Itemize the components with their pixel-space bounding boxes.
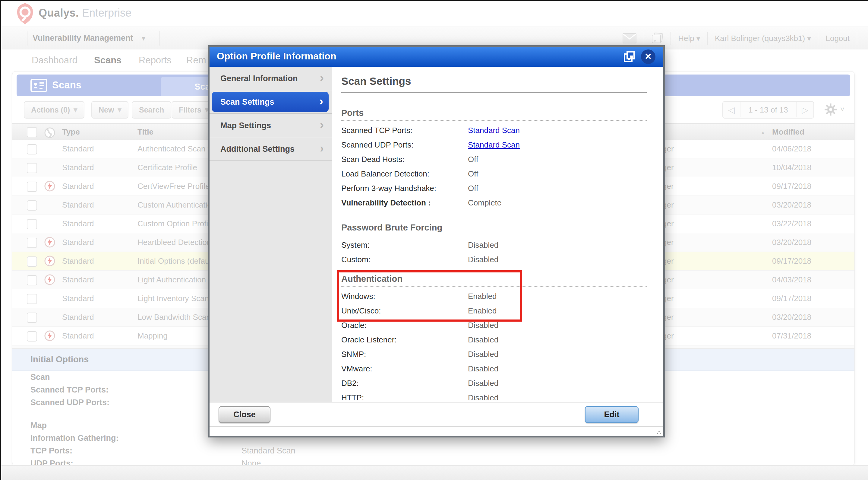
row-checkbox[interactable] bbox=[27, 144, 37, 154]
user-menu[interactable]: Karl Bolinger (quays3kb1) ▾ bbox=[715, 34, 811, 43]
row-checkbox[interactable] bbox=[27, 331, 37, 341]
row-checkbox[interactable] bbox=[27, 294, 37, 304]
row-checkbox[interactable] bbox=[27, 163, 37, 173]
pagination-range: 1 - 13 of 13 bbox=[740, 102, 797, 117]
settings-section: PortsScanned TCP Ports:Standard ScanScan… bbox=[341, 108, 647, 210]
modal-nav-label: Map Settings bbox=[220, 121, 271, 130]
option-profile-modal: Option Profile Information × General Inf… bbox=[208, 45, 665, 438]
row-type: Standard bbox=[62, 327, 94, 345]
column-type[interactable]: Type bbox=[62, 124, 80, 140]
globe-icon bbox=[44, 330, 56, 343]
row-type: Standard bbox=[62, 308, 94, 326]
page-footer bbox=[0, 465, 868, 480]
setting-label: Scanned TCP Ports: bbox=[341, 123, 468, 138]
modal-nav-general-information[interactable]: General Information› bbox=[210, 67, 332, 90]
chevron-right-icon: › bbox=[320, 118, 324, 131]
mail-icon[interactable] bbox=[623, 33, 637, 43]
row-checkbox[interactable] bbox=[27, 219, 37, 229]
setting-label: DB2: bbox=[341, 376, 468, 390]
modal-content: Scan Settings PortsScanned TCP Ports:Sta… bbox=[332, 67, 663, 402]
chevron-right-icon: › bbox=[320, 71, 324, 85]
setting-row: Oracle:Disabled bbox=[341, 318, 647, 332]
setting-label: Unix/Cisco: bbox=[341, 303, 468, 318]
new-button[interactable]: New▾ bbox=[91, 101, 128, 119]
setting-row: Load Balancer Detection:Off bbox=[341, 167, 647, 181]
setting-label: Perform 3-way Handshake: bbox=[341, 181, 468, 196]
row-title: Light Authentication bbox=[137, 271, 206, 289]
select-all-checkbox[interactable] bbox=[27, 127, 37, 137]
setting-row: VMware:Disabled bbox=[341, 361, 647, 376]
close-icon[interactable]: × bbox=[641, 50, 655, 64]
setting-label: Scan Dead Hosts: bbox=[341, 152, 468, 167]
setting-value-link[interactable]: Standard Scan bbox=[468, 126, 520, 135]
scans-panel-icon bbox=[30, 79, 47, 92]
row-checkbox[interactable] bbox=[27, 275, 37, 286]
modal-nav-scan-settings[interactable]: Scan Settings› bbox=[210, 90, 332, 114]
nav-dashboard[interactable]: Dashboard bbox=[32, 55, 78, 66]
pagination-next-icon[interactable]: ▷ bbox=[797, 105, 813, 115]
globe-icon bbox=[44, 274, 56, 287]
photos-icon[interactable] bbox=[651, 32, 663, 44]
actions-button[interactable]: Actions (0)▾ bbox=[24, 101, 85, 119]
chevron-down-icon[interactable]: ˅ bbox=[840, 105, 844, 114]
setting-label: HTTP: bbox=[341, 390, 468, 402]
row-type: Standard bbox=[62, 289, 94, 308]
row-checkbox[interactable] bbox=[27, 257, 37, 267]
column-title[interactable]: Title bbox=[137, 124, 153, 140]
row-checkbox[interactable] bbox=[27, 182, 37, 192]
content-title: Scan Settings bbox=[341, 75, 647, 87]
modal-titlebar[interactable]: Option Profile Information × bbox=[210, 47, 663, 67]
column-modified[interactable]: Modified bbox=[772, 124, 804, 140]
row-modified: 09/17/2018 bbox=[772, 177, 811, 196]
help-menu[interactable]: Help ▾ bbox=[678, 34, 700, 43]
setting-label: System: bbox=[341, 238, 468, 252]
edit-button[interactable]: Edit bbox=[585, 406, 639, 423]
setting-value-link[interactable]: Standard Scan bbox=[468, 140, 520, 149]
nav-remediation[interactable]: Rem bbox=[186, 55, 206, 66]
chevron-down-icon: ▾ bbox=[696, 34, 700, 42]
chevron-down-icon: ▾ bbox=[807, 34, 811, 42]
modal-nav-map-settings[interactable]: Map Settings› bbox=[210, 114, 332, 137]
modal-nav-additional-settings[interactable]: Additional Settings› bbox=[210, 137, 332, 161]
modal-nav-label: Scan Settings bbox=[220, 97, 274, 107]
setting-label: Oracle: bbox=[341, 318, 468, 332]
setting-row: Custom:Disabled bbox=[341, 252, 647, 267]
divider bbox=[159, 31, 159, 46]
row-type: Standard bbox=[62, 271, 94, 289]
modal-nav-label: General Information bbox=[220, 74, 298, 83]
logout-link[interactable]: Logout bbox=[826, 34, 849, 43]
row-checkbox[interactable] bbox=[27, 312, 37, 323]
nav-reports[interactable]: Reports bbox=[139, 55, 172, 66]
chevron-down-icon: ▾ bbox=[118, 106, 121, 114]
sort-asc-icon: ▲ bbox=[761, 130, 765, 135]
qualys-logo-icon bbox=[16, 2, 34, 25]
close-button[interactable]: Close bbox=[219, 406, 271, 423]
setting-value: Disabled bbox=[468, 379, 498, 388]
setting-row: Windows:Enabled bbox=[341, 289, 647, 303]
nav-scans[interactable]: Scans bbox=[94, 55, 122, 66]
brand-name: Qualys. bbox=[39, 7, 79, 19]
setting-value: Disabled bbox=[468, 240, 498, 249]
row-checkbox[interactable] bbox=[27, 200, 37, 211]
popout-icon[interactable] bbox=[623, 51, 635, 62]
search-button[interactable]: Search bbox=[132, 101, 171, 119]
setting-row: Perform 3-way Handshake:Off bbox=[341, 181, 647, 196]
detail-row: UDP Ports:None bbox=[30, 457, 633, 466]
row-title: CertViewFree Profile bbox=[137, 177, 210, 196]
modal-nav-label: Additional Settings bbox=[220, 145, 294, 154]
pagination-prev-icon[interactable]: ◁ bbox=[723, 105, 740, 115]
row-modified: 03/20/2018 bbox=[772, 308, 811, 326]
row-checkbox[interactable] bbox=[27, 238, 37, 248]
row-type: Standard bbox=[62, 214, 94, 233]
resize-grip[interactable] bbox=[657, 430, 661, 434]
module-picker[interactable]: Vulnerability Management bbox=[33, 33, 133, 43]
settings-gear-icon[interactable] bbox=[824, 103, 837, 116]
setting-value: Enabled bbox=[468, 292, 497, 301]
setting-row: System:Disabled bbox=[341, 238, 647, 252]
setting-row: Scan Dead Hosts:Off bbox=[341, 152, 647, 167]
brand-edition: Enterprise bbox=[82, 7, 131, 19]
title-divider bbox=[341, 92, 647, 93]
setting-value: Disabled bbox=[468, 335, 498, 344]
modal-sidebar: General Information›Scan Settings›Map Se… bbox=[210, 67, 332, 402]
detail-label: UDP Ports: bbox=[30, 457, 242, 466]
